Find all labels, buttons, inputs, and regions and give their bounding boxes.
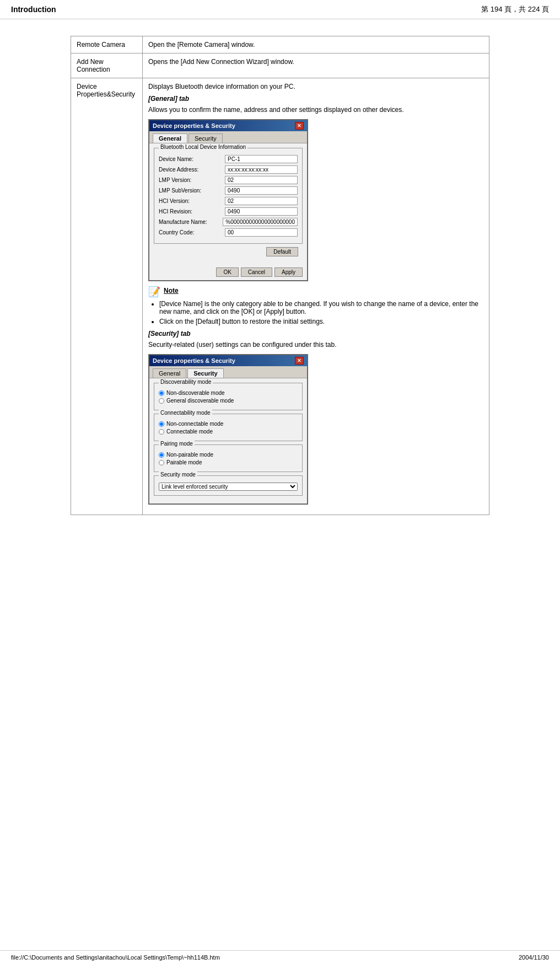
security-mode-group: Security mode Link level enforced securi… bbox=[154, 475, 303, 496]
security-tab-general[interactable]: General bbox=[153, 368, 186, 378]
row-label-add-new-connection: Add New Connection bbox=[71, 53, 143, 78]
security-dialog-tabs: General Security bbox=[149, 366, 307, 378]
security-tab-desc: Security-related (user) settings can be … bbox=[148, 341, 483, 349]
security-dialog-close-button[interactable]: ✕ bbox=[295, 357, 304, 365]
note-item-2: Click on the [Default] button to restore… bbox=[159, 318, 483, 325]
radio-general-discoverable-label: General discoverable mode bbox=[166, 398, 234, 404]
note-icon: 📝 bbox=[148, 287, 160, 297]
radio-non-discoverable-input[interactable] bbox=[159, 390, 164, 396]
footer-date: 2004/11/30 bbox=[519, 954, 549, 961]
security-dialog-title: Device properties & Security bbox=[153, 357, 235, 364]
ok-button[interactable]: OK bbox=[216, 267, 238, 277]
note-item-1: [Device Name] is the only category able … bbox=[159, 300, 483, 315]
row-desc-device-properties: Displays Bluetooth device information on… bbox=[143, 78, 489, 515]
footer-path: file://C:\Documents and Settings\anitach… bbox=[11, 954, 220, 961]
radio-pairable-label: Pairable mode bbox=[166, 459, 202, 465]
dialog-body: Bluetooth Local Device Information Devic… bbox=[149, 143, 307, 264]
security-mode-dropdown[interactable]: Link level enforced security bbox=[159, 483, 298, 491]
general-tab-desc: Allows you to confirm the name, address … bbox=[148, 106, 483, 114]
row-label-device-properties: Device Properties&Security bbox=[71, 78, 143, 515]
note-section: 📝 Note bbox=[148, 287, 483, 297]
field-hci-revision: HCI Revision: 0490 bbox=[159, 207, 298, 216]
default-btn-row: Default bbox=[154, 247, 303, 260]
pairing-title: Pairing mode bbox=[159, 441, 195, 447]
field-device-name: Device Name: PC-1 bbox=[159, 155, 298, 163]
dialog-tabs: General Security bbox=[149, 131, 307, 143]
discoverability-group: Discoverability mode Non-discoverable mo… bbox=[154, 383, 303, 410]
security-tab-heading: [Security] tab bbox=[148, 330, 483, 338]
pagination: 第 194 頁，共 224 頁 bbox=[481, 4, 549, 14]
security-tab-security[interactable]: Security bbox=[187, 368, 223, 378]
default-button[interactable]: Default bbox=[266, 247, 298, 256]
row-desc-add-new-connection: Opens the [Add New Connection Wizard] wi… bbox=[143, 53, 489, 78]
dialog-security-screenshot: Device properties & Security ✕ General S… bbox=[148, 354, 308, 505]
cancel-button[interactable]: Cancel bbox=[241, 267, 272, 277]
reference-table: Remote Camera Open the [Remote Camera] w… bbox=[71, 36, 489, 515]
row-desc-remote-camera: Open the [Remote Camera] window. bbox=[143, 36, 489, 53]
dialog-title: Device properties & Security bbox=[153, 122, 235, 129]
radio-general-discoverable-input[interactable] bbox=[159, 398, 164, 404]
apply-button[interactable]: Apply bbox=[274, 267, 303, 277]
dialog-general-screenshot: Device properties & Security ✕ General S… bbox=[148, 119, 308, 281]
general-tab-heading: [General] tab bbox=[148, 95, 483, 103]
radio-pairable-input[interactable] bbox=[159, 460, 164, 465]
pairing-group: Pairing mode Non-pairable mode Pairable … bbox=[154, 444, 303, 472]
field-hci-version: HCI Version: 02 bbox=[159, 197, 298, 205]
radio-non-discoverable: Non-discoverable mode bbox=[159, 390, 298, 396]
discoverability-title: Discoverability mode bbox=[159, 379, 213, 385]
security-dialog-body: Discoverability mode Non-discoverable mo… bbox=[149, 378, 307, 504]
note-list: [Device Name] is the only category able … bbox=[148, 300, 483, 325]
dialog-footer: OK Cancel Apply bbox=[149, 264, 307, 280]
field-lmp-subversion: LMP SubVersion: 0490 bbox=[159, 186, 298, 195]
field-device-address: Device Address: xx:xx:xx:xx:xx:xx bbox=[159, 165, 298, 174]
radio-non-discoverable-label: Non-discoverable mode bbox=[166, 390, 225, 396]
radio-connectable-label: Connectable mode bbox=[166, 429, 213, 435]
radio-non-pairable: Non-pairable mode bbox=[159, 452, 298, 458]
radio-non-pairable-input[interactable] bbox=[159, 452, 164, 458]
field-country-code: Country Code: 00 bbox=[159, 228, 298, 237]
row-label-remote-camera: Remote Camera bbox=[71, 36, 143, 53]
dialog-close-button[interactable]: ✕ bbox=[295, 122, 304, 130]
radio-non-connectable-label: Non-connectable mode bbox=[166, 421, 223, 427]
page-title: Introduction bbox=[11, 5, 56, 14]
page-header: Introduction 第 194 頁，共 224 頁 bbox=[0, 0, 560, 19]
connectability-group: Connectability mode Non-connectable mode… bbox=[154, 414, 303, 441]
radio-pairable: Pairable mode bbox=[159, 459, 298, 465]
bluetooth-info-group: Bluetooth Local Device Information Devic… bbox=[154, 148, 303, 244]
table-row: Remote Camera Open the [Remote Camera] w… bbox=[71, 36, 489, 53]
group-title: Bluetooth Local Device Information bbox=[159, 144, 247, 150]
table-row: Add New Connection Opens the [Add New Co… bbox=[71, 53, 489, 78]
security-dialog-titlebar: Device properties & Security ✕ bbox=[149, 355, 307, 366]
dialog-titlebar: Device properties & Security ✕ bbox=[149, 120, 307, 131]
connectability-title: Connectability mode bbox=[159, 410, 212, 416]
page-footer: file://C:\Documents and Settings\anitach… bbox=[0, 950, 560, 964]
field-lmp-version: LMP Version: 02 bbox=[159, 176, 298, 184]
tab-general[interactable]: General bbox=[153, 133, 187, 143]
radio-connectable: Connectable mode bbox=[159, 429, 298, 435]
desc-intro: Displays Bluetooth device information on… bbox=[148, 83, 483, 90]
note-title: Note bbox=[164, 287, 179, 294]
field-manufacture-name: Manufacture Name: %000000000000000000000 bbox=[159, 218, 298, 226]
tab-security[interactable]: Security bbox=[189, 133, 223, 143]
radio-non-connectable: Non-connectable mode bbox=[159, 421, 298, 427]
radio-connectable-input[interactable] bbox=[159, 429, 164, 435]
radio-general-discoverable: General discoverable mode bbox=[159, 398, 298, 404]
radio-non-pairable-label: Non-pairable mode bbox=[166, 452, 213, 458]
main-content: Remote Camera Open the [Remote Camera] w… bbox=[0, 19, 560, 532]
security-mode-title: Security mode bbox=[159, 472, 197, 478]
radio-non-connectable-input[interactable] bbox=[159, 421, 164, 427]
table-row: Device Properties&Security Displays Blue… bbox=[71, 78, 489, 515]
